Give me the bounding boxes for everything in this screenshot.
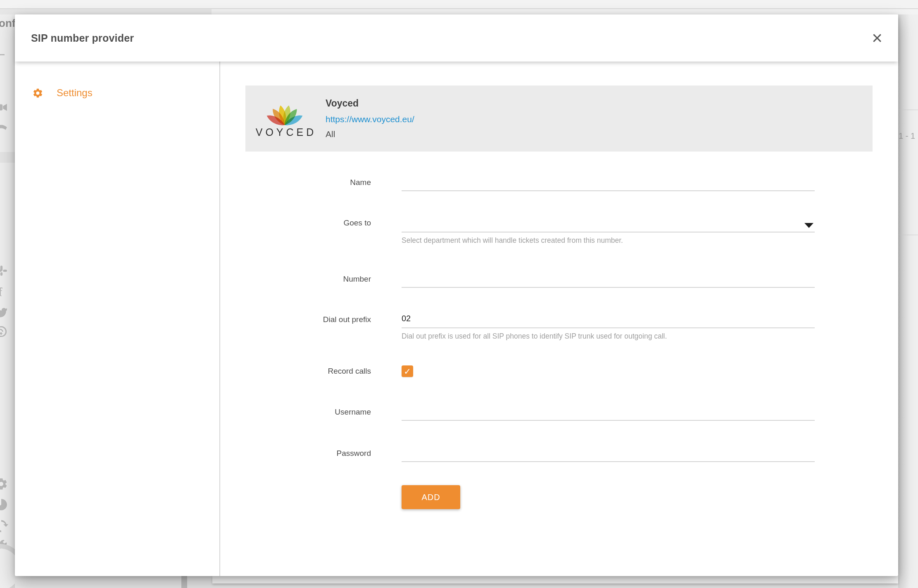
form-row-dial-out-prefix: Dial out prefix Dial out prefix is used … (245, 309, 873, 341)
background-row-band (0, 152, 15, 163)
background-bottom-strip (15, 576, 898, 588)
background-row-divider (898, 235, 918, 235)
provider-card: VOYCED Voyced https://www.voyced.eu/ All (245, 85, 873, 152)
background-top-strip (0, 0, 918, 14)
twitter-icon (0, 304, 8, 318)
add-button[interactable]: ADD (402, 485, 460, 509)
provider-info: Voyced https://www.voyced.eu/ All (326, 98, 414, 139)
provider-scope: All (326, 129, 414, 139)
dialog-title: SIP number provider (31, 32, 134, 44)
background-partial-heading: onfi (0, 17, 15, 30)
sync-icon (0, 519, 8, 533)
sidebar-item-label: Settings (57, 87, 93, 99)
dialog-header: SIP number provider × (15, 14, 898, 62)
form-row-name: Name (245, 172, 873, 191)
background-panel-edge (212, 576, 898, 583)
form-row-submit: ADD (245, 485, 873, 509)
dialog-body: Settings VOYCED (15, 62, 898, 576)
form-row-record-calls: Record calls ✓ (245, 365, 873, 377)
number-input[interactable] (402, 269, 815, 288)
background-scrollbar-thumb (181, 576, 187, 588)
sip-number-provider-dialog: SIP number provider × Settings (15, 14, 898, 576)
goes-to-select[interactable] (402, 213, 815, 232)
check-icon: ✓ (404, 367, 411, 376)
number-label: Number (245, 269, 371, 284)
form-row-username: Username (245, 402, 873, 421)
gear-icon (0, 477, 8, 491)
background-table-header-fragment (0, 9, 212, 14)
form-row-number: Number (245, 269, 873, 288)
form-row-password: Password (245, 443, 873, 462)
password-label: Password (245, 443, 371, 458)
background-ring-shape (0, 544, 15, 588)
record-calls-checkbox[interactable]: ✓ (402, 365, 413, 377)
background-right-strip: 1 - 1 (898, 14, 918, 588)
sidebar-item-settings[interactable]: Settings (15, 87, 219, 99)
voyced-lotus-icon (264, 99, 305, 126)
dialog-sidebar: Settings (15, 62, 220, 576)
provider-url-link[interactable]: https://www.voyced.eu/ (326, 114, 414, 124)
background-row-divider (898, 109, 918, 110)
slack-icon (0, 263, 8, 277)
gear-icon (32, 88, 43, 99)
background-dash (0, 54, 5, 55)
close-icon[interactable]: × (872, 31, 882, 45)
form-row-goes-to: Goes to Select department which will han… (245, 213, 873, 245)
dialog-main-panel: VOYCED Voyced https://www.voyced.eu/ All… (220, 62, 898, 576)
password-input[interactable] (402, 443, 815, 462)
viber-icon (0, 325, 8, 339)
name-input[interactable] (402, 172, 815, 191)
voyced-logo-text: VOYCED (253, 126, 317, 138)
record-calls-label: Record calls (245, 366, 371, 376)
dial-out-prefix-hint: Dial out prefix is used for all SIP phon… (402, 332, 815, 341)
username-input[interactable] (402, 402, 815, 421)
voyced-logo: VOYCED (255, 99, 314, 138)
facebook-icon: f (0, 284, 8, 298)
name-label: Name (245, 172, 371, 187)
goes-to-hint: Select department which will handle tick… (402, 236, 815, 245)
svg-text:f: f (0, 285, 3, 298)
username-label: Username (245, 402, 371, 417)
goes-to-label: Goes to (245, 213, 371, 228)
camera-icon (0, 100, 8, 114)
dropdown-arrow-icon (804, 223, 813, 228)
pie-chart-icon (0, 498, 8, 512)
dial-out-prefix-input[interactable] (402, 309, 815, 328)
background-left-strip: onfi f (0, 14, 15, 588)
background-pagination: 1 - 1 (899, 131, 915, 141)
provider-name: Voyced (326, 98, 414, 109)
dial-out-prefix-label: Dial out prefix (245, 309, 371, 325)
phone-icon (0, 119, 8, 133)
